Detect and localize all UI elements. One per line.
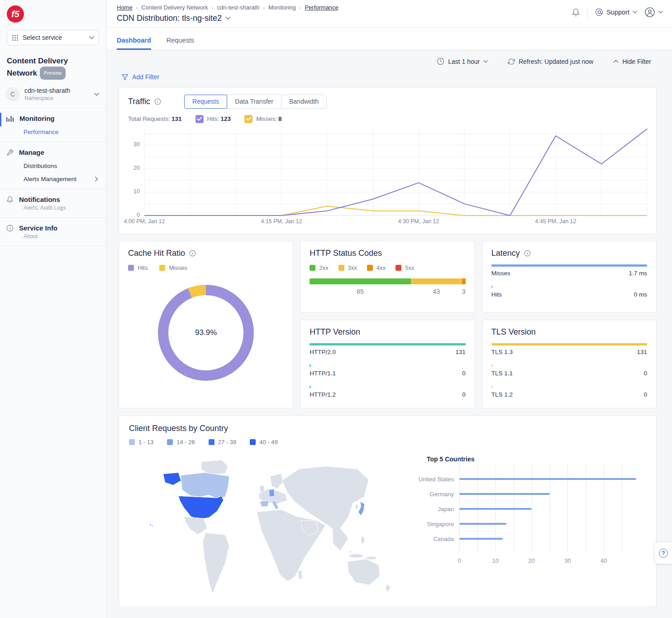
top5-countries-chart: Top 5 Countries United StatesGermanyJapa… <box>414 449 646 599</box>
tab-requests[interactable]: Requests <box>167 37 194 50</box>
notifications-bell-icon[interactable] <box>572 8 580 17</box>
http-version-card: HTTP Version HTTP/2.0131HTTP/1.10HTTP/1.… <box>300 320 475 408</box>
support-at-icon <box>595 8 603 16</box>
top5-bar-Canada <box>459 538 503 540</box>
metric-row-TLS 1.1: TLS 1.10 <box>491 364 647 377</box>
bar-chart-icon <box>6 115 14 122</box>
legend-hits: Hits <box>128 264 148 271</box>
page-title: CDN Distribution: tls-ng-site2 <box>117 14 222 23</box>
account-menu[interactable] <box>644 7 663 18</box>
traffic-tab-data-transfer[interactable]: Data Transfer <box>227 95 281 109</box>
traffic-tab-bandwidth[interactable]: Bandwidth <box>281 95 327 109</box>
map-alaska <box>163 472 181 485</box>
top5-bar-Japan <box>459 508 532 510</box>
metric-row-HTTP/1.2: HTTP/1.20 <box>310 386 465 398</box>
map-mexico <box>184 517 207 535</box>
page-header: Home › Content Delivery Network › cdn-te… <box>107 0 672 28</box>
namespace-name: cdn-test-sharath <box>24 87 70 94</box>
2xx-swatch <box>310 265 315 271</box>
breadcrumb-cdn[interactable]: Content Delivery Network <box>141 4 208 11</box>
http-status-codes-card: HTTP Status Codes 2xx 3xx 4xx 5xx 85433 <box>300 241 475 313</box>
breadcrumb-monitoring[interactable]: Monitoring <box>268 4 296 11</box>
traffic-line-chart: 01020304:00 PM, Jan 124:15 PM, Jan 124:3… <box>128 128 647 227</box>
traffic-title: Traffic <box>128 97 150 106</box>
http-status-stacked-bar: 85433 <box>310 278 465 298</box>
support-label: Support <box>606 9 629 16</box>
bucket3-swatch <box>209 439 214 445</box>
chevron-down-icon <box>89 36 94 39</box>
misses-toggle[interactable]: Misses:8 <box>244 115 281 123</box>
latency-title: Latency <box>491 249 520 258</box>
f5-logo: f5 <box>7 5 24 23</box>
user-avatar-icon <box>644 7 655 18</box>
breadcrumb-performance[interactable]: Performance <box>305 4 338 11</box>
hide-filter-button[interactable]: Hide Filter <box>613 58 651 65</box>
traffic-card: Traffic Requests Data Transfer Bandwidth… <box>119 87 657 234</box>
top5-plot <box>459 465 640 551</box>
map-new-zealand <box>385 584 391 592</box>
cache-hit-ratio-title: Cache Hit Ratio <box>128 249 185 258</box>
select-service-dropdown[interactable]: Select service <box>7 30 99 45</box>
metric-row-HTTP/2.0: HTTP/2.0131 <box>310 343 465 355</box>
monitoring-label: Monitoring <box>19 115 54 122</box>
chevron-down-icon <box>483 60 488 63</box>
time-range-selector[interactable]: Last 1 hour <box>437 57 488 65</box>
top5-label-Singapore: Singapore <box>414 517 459 532</box>
manage-label: Manage <box>19 149 44 156</box>
metric-row-Hits: Hits0 ms <box>491 286 647 298</box>
refresh-icon <box>508 58 515 65</box>
cache-hit-percentage: 93.9% <box>158 285 254 381</box>
refresh-button[interactable]: Refresh: Updated just now <box>508 58 593 65</box>
sidebar-item-distributions[interactable]: Distributions <box>24 163 99 169</box>
world-map <box>129 449 414 599</box>
app-grid-icon <box>12 34 19 41</box>
sidebar-item-alerts-management[interactable]: Alerts Management <box>24 176 99 182</box>
chevron-up-icon <box>613 60 619 63</box>
map-south-america <box>203 532 229 594</box>
tab-dashboard[interactable]: Dashboard <box>117 37 151 50</box>
breadcrumb-namespace[interactable]: cdn-test-sharath <box>217 4 259 11</box>
cache-hit-ratio-card: Cache Hit Ratio Hits Misses <box>119 241 293 408</box>
chevron-right-icon: › <box>136 5 138 10</box>
misses-checkbox[interactable] <box>244 115 253 123</box>
namespace-selector[interactable]: C cdn-test-sharath Namespace <box>5 87 99 101</box>
status-segment-2xx <box>310 278 410 284</box>
add-filter-button[interactable]: Add Filter <box>121 73 159 81</box>
top5-label-Germany: Germany <box>414 487 459 502</box>
chevron-right-icon: › <box>212 5 214 10</box>
chevron-right-icon <box>95 177 98 182</box>
notifications-subtitle: Alerts, Audit Logs <box>24 205 99 211</box>
sidebar-item-notifications[interactable]: Notifications <box>0 196 99 203</box>
traffic-metric-tabs: Requests Data Transfer Bandwidth <box>184 95 327 109</box>
service-info-subtitle: About <box>24 233 99 240</box>
map-canada <box>181 472 229 498</box>
tls-version-title: TLS Version <box>491 327 647 337</box>
misses-swatch <box>159 265 165 271</box>
map-spain <box>260 500 269 507</box>
traffic-tab-requests[interactable]: Requests <box>184 95 227 109</box>
breadcrumb-home[interactable]: Home <box>117 4 133 11</box>
sidebar: f5 Select service Content Delivery Netwo… <box>0 0 106 618</box>
map-singapore <box>350 551 351 552</box>
bell-icon <box>6 196 14 203</box>
hits-toggle[interactable]: Hits:123 <box>195 115 231 123</box>
http-version-bars: HTTP/2.0131HTTP/1.10HTTP/1.20 <box>310 343 465 398</box>
chevron-down-icon <box>94 93 99 96</box>
sidebar-item-service-info[interactable]: Service Info <box>0 224 99 232</box>
sidebar-item-monitoring[interactable]: Monitoring <box>0 115 99 122</box>
question-mark-icon: ? <box>659 549 668 558</box>
support-menu[interactable]: Support <box>595 8 637 16</box>
map-australia <box>348 559 380 585</box>
clock-icon <box>437 57 444 65</box>
sidebar-item-manage[interactable]: Manage <box>0 149 99 156</box>
hits-checkbox[interactable] <box>195 115 204 123</box>
help-button[interactable]: ? <box>655 542 672 564</box>
funnel-icon <box>121 74 129 81</box>
metric-row-Misses: Misses1.7 ms <box>491 264 647 277</box>
top5-bar-United States <box>459 478 636 480</box>
metric-row-HTTP/1.1: HTTP/1.10 <box>310 364 465 377</box>
chevron-down-icon <box>633 11 637 14</box>
top5-label-Canada: Canada <box>414 532 459 546</box>
sidebar-item-performance[interactable]: Performance <box>24 129 99 135</box>
hits-swatch <box>128 265 134 271</box>
